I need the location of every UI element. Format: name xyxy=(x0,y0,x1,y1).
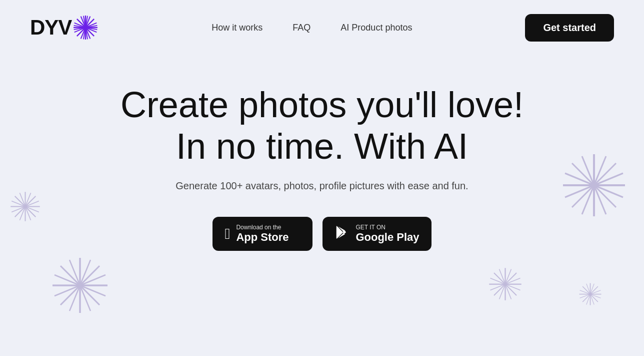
nav-link-ai-product-photos[interactable]: AI Product photos xyxy=(340,23,412,33)
navbar: DYV How it works FAQ AI Product photos G… xyxy=(0,0,644,55)
google-play-icon xyxy=(334,225,350,242)
app-store-label-small: Download on the xyxy=(236,224,288,231)
app-store-button[interactable]:  Download on the App Store xyxy=(212,217,312,251)
hero-subtitle: Generate 100+ avatars, photos, profile p… xyxy=(176,180,468,192)
logo-text: DYV xyxy=(30,16,72,40)
app-store-label-large: App Store xyxy=(236,231,288,244)
google-play-text: GET IT ON Google Play xyxy=(356,224,419,244)
nav-link-how-it-works[interactable]: How it works xyxy=(212,23,262,33)
decorative-burst-midright xyxy=(486,265,524,305)
apple-icon:  xyxy=(224,226,230,241)
decorative-burst-bottomright xyxy=(576,280,604,310)
logo-burst-icon xyxy=(72,15,98,41)
google-play-button[interactable]: GET IT ON Google Play xyxy=(322,217,431,251)
nav-links: How it works FAQ AI Product photos xyxy=(212,23,412,33)
get-started-button[interactable]: Get started xyxy=(525,14,614,42)
hero-title-line1: Create photos you'll love! xyxy=(120,85,524,125)
hero-title-line2: In no time. With AI xyxy=(176,125,468,168)
decorative-burst-midleft xyxy=(50,255,110,317)
nav-link-faq[interactable]: FAQ xyxy=(292,23,310,33)
google-play-label-large: Google Play xyxy=(356,231,419,244)
store-buttons:  Download on the App Store GET IT ON Go… xyxy=(212,217,431,251)
logo[interactable]: DYV xyxy=(30,15,98,41)
hero-section: Create photos you'll love! In no time. W… xyxy=(0,55,644,251)
google-play-label-small: GET IT ON xyxy=(356,224,419,231)
app-store-text: Download on the App Store xyxy=(236,224,288,244)
